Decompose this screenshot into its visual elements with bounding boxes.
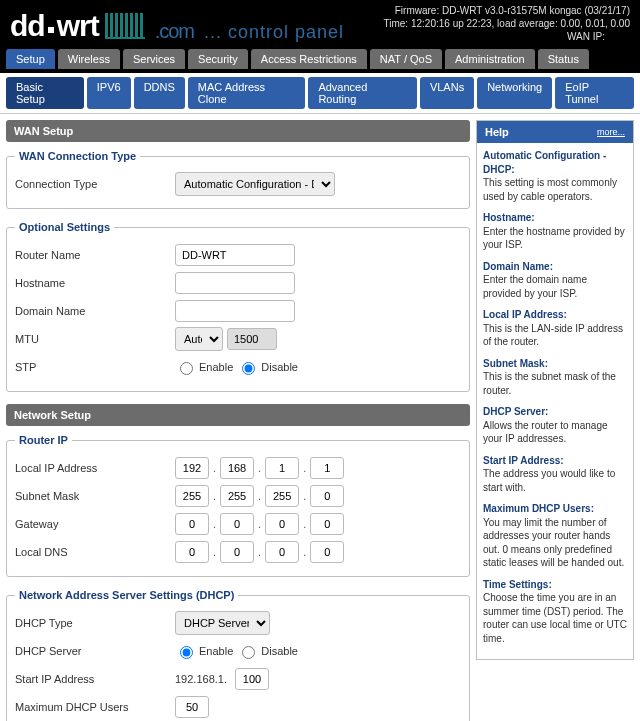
gateway-inputs: ... [175, 513, 461, 535]
localdns-inputs-octet-2[interactable] [220, 541, 254, 563]
local-ip-inputs-octet-3[interactable] [265, 457, 299, 479]
domain-name-input[interactable] [175, 300, 295, 322]
help-item: Maximum DHCP Users:You may limit the num… [483, 502, 627, 570]
subtab-eoip-tunnel[interactable]: EoIP Tunnel [555, 77, 634, 109]
gateway-inputs-octet-1[interactable] [175, 513, 209, 535]
local-ip-inputs-octet-4[interactable] [310, 457, 344, 479]
router-name-label: Router Name [15, 249, 175, 261]
help-item-body: Choose the time you are in an summer tim… [483, 591, 627, 645]
localdns-inputs-octet-1[interactable] [175, 541, 209, 563]
localdns-label: Local DNS [15, 546, 175, 558]
hostname-input[interactable] [175, 272, 295, 294]
help-item-title: Local IP Address: [483, 308, 627, 322]
help-item-title: Time Settings: [483, 578, 627, 592]
gateway-inputs-octet-2[interactable] [220, 513, 254, 535]
help-item-body: This setting is most commonly used by ca… [483, 176, 627, 203]
subtab-advanced-routing[interactable]: Advanced Routing [308, 77, 417, 109]
hostname-label: Hostname [15, 277, 175, 289]
wan-ip-value [608, 31, 630, 42]
help-item: DHCP Server:Allows the router to manage … [483, 405, 627, 446]
subtab-networking[interactable]: Networking [477, 77, 552, 109]
help-item-body: You may limit the number of addresses yo… [483, 516, 627, 570]
tab-nat-qos[interactable]: NAT / QoS [370, 49, 442, 69]
sub-tabs: Basic SetupIPV6DDNSMAC Address CloneAdva… [0, 73, 640, 114]
help-item-title: Automatic Configuration - DHCP: [483, 149, 627, 176]
tab-wireless[interactable]: Wireless [58, 49, 120, 69]
stp-enable-radio[interactable]: Enable [175, 359, 233, 375]
help-item-title: Domain Name: [483, 260, 627, 274]
connection-type-select[interactable]: Automatic Configuration - DHCP [175, 172, 335, 196]
tab-administration[interactable]: Administration [445, 49, 535, 69]
wan-ip-label: WAN IP: [567, 31, 605, 42]
time-load-text: Time: 12:20:16 up 22:23, load average: 0… [384, 17, 630, 30]
dhcp-legend: Network Address Server Settings (DHCP) [15, 589, 238, 601]
help-item-body: The address you would like to start with… [483, 467, 627, 494]
subtab-basic-setup[interactable]: Basic Setup [6, 77, 84, 109]
main-tabs: SetupWirelessServicesSecurityAccess Rest… [0, 49, 640, 73]
dhcp-server-label: DHCP Server [15, 645, 175, 657]
localdns-inputs-octet-4[interactable] [310, 541, 344, 563]
dhcp-enable-radio[interactable]: Enable [175, 643, 233, 659]
tab-access-restrictions[interactable]: Access Restrictions [251, 49, 367, 69]
logo-dd: dd [10, 9, 45, 43]
localdns-inputs-octet-3[interactable] [265, 541, 299, 563]
help-item: Local IP Address:This is the LAN-side IP… [483, 308, 627, 349]
dhcp-type-select[interactable]: DHCP Server [175, 611, 270, 635]
network-setup-header: Network Setup [6, 404, 470, 426]
help-item-body: This is the subnet mask of the router. [483, 370, 627, 397]
start-ip-prefix: 192.168.1. [175, 673, 227, 685]
subnet-inputs-octet-4[interactable] [310, 485, 344, 507]
gateway-inputs-octet-4[interactable] [310, 513, 344, 535]
router-ip-fieldset: Router IP Local IP Address ... Subnet Ma… [6, 434, 470, 577]
help-item: Start IP Address:The address you would l… [483, 454, 627, 495]
help-item: Domain Name:Enter the domain name provid… [483, 260, 627, 301]
logo-wrt: wrt [57, 9, 99, 43]
optional-settings-fieldset: Optional Settings Router Name Hostname D… [6, 221, 470, 392]
header-status: Firmware: DD-WRT v3.0-r31575M kongac (03… [384, 4, 630, 43]
subtab-vlans[interactable]: VLANs [420, 77, 474, 109]
subtab-ddns[interactable]: DDNS [134, 77, 185, 109]
localdns-inputs: ... [175, 541, 461, 563]
subnet-inputs-octet-1[interactable] [175, 485, 209, 507]
subtab-mac-address-clone[interactable]: MAC Address Clone [188, 77, 306, 109]
tab-security[interactable]: Security [188, 49, 248, 69]
subtab-ipv6[interactable]: IPV6 [87, 77, 131, 109]
tab-setup[interactable]: Setup [6, 49, 55, 69]
start-ip-input[interactable] [235, 668, 269, 690]
max-users-input[interactable] [175, 696, 209, 718]
max-users-label: Maximum DHCP Users [15, 701, 175, 713]
help-item-body: Allows the router to manage your IP addr… [483, 419, 627, 446]
mtu-value-input[interactable] [227, 328, 277, 350]
subnet-inputs-octet-2[interactable] [220, 485, 254, 507]
local-ip-inputs-octet-2[interactable] [220, 457, 254, 479]
stp-disable-radio[interactable]: Disable [237, 359, 298, 375]
help-item-body: Enter the domain name provided by your I… [483, 273, 627, 300]
router-ip-legend: Router IP [15, 434, 72, 446]
help-more-link[interactable]: more... [597, 127, 625, 137]
subnet-label: Subnet Mask [15, 490, 175, 502]
optional-legend: Optional Settings [15, 221, 114, 233]
gateway-inputs-octet-3[interactable] [265, 513, 299, 535]
subnet-inputs-octet-3[interactable] [265, 485, 299, 507]
logo: dd wrt .com ... control panel [10, 9, 344, 43]
mtu-mode-select[interactable]: Auto [175, 327, 223, 351]
help-item-title: Subnet Mask: [483, 357, 627, 371]
firmware-text: Firmware: DD-WRT v3.0-r31575M kongac (03… [384, 4, 630, 17]
wan-connection-type-fieldset: WAN Connection Type Connection Type Auto… [6, 150, 470, 209]
help-item: Time Settings:Choose the time you are in… [483, 578, 627, 646]
tab-status[interactable]: Status [538, 49, 589, 69]
stp-label: STP [15, 361, 175, 373]
dhcp-disable-radio[interactable]: Disable [237, 643, 298, 659]
help-title: Help [485, 126, 509, 138]
router-name-input[interactable] [175, 244, 295, 266]
subnet-inputs: ... [175, 485, 461, 507]
help-item-title: DHCP Server: [483, 405, 627, 419]
connection-type-label: Connection Type [15, 178, 175, 190]
gateway-label: Gateway [15, 518, 175, 530]
logo-com: .com [155, 20, 194, 43]
tab-services[interactable]: Services [123, 49, 185, 69]
help-item-body: Enter the hostname provided by your ISP. [483, 225, 627, 252]
control-panel-label: ... control panel [204, 22, 344, 43]
local-ip-inputs-octet-1[interactable] [175, 457, 209, 479]
help-item-body: This is the LAN-side IP address of the r… [483, 322, 627, 349]
